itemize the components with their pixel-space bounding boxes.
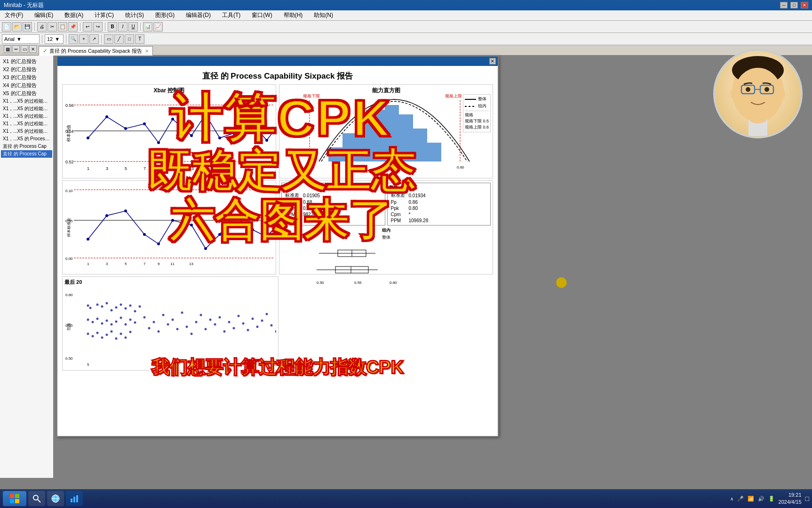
panel-icon-1[interactable]: ▦ [4, 45, 11, 53]
tb-select[interactable]: ▭ [104, 34, 113, 44]
svg-text:10: 10 [158, 363, 162, 367]
clock-date: 2024/4/15 [779, 499, 802, 506]
sep4 [140, 23, 141, 31]
tray-chevron[interactable]: ∧ [730, 496, 733, 501]
svg-point-111 [120, 333, 122, 335]
taskbar-search[interactable] [28, 491, 45, 506]
tray-volume[interactable]: 🔊 [758, 496, 764, 502]
tray-battery[interactable]: 🔋 [768, 496, 775, 502]
menu-graph[interactable]: 图形(G) [152, 10, 177, 20]
report-tab[interactable]: ✓ 直径 的 Process Capability Sixpack 报告 ✕ [39, 46, 153, 56]
svg-point-88 [120, 304, 122, 306]
svg-point-89 [125, 307, 127, 310]
sidebar-item-5[interactable]: X1，...X5 的过程能力... [1, 97, 52, 105]
sidebar-item-9[interactable]: X1，...X5 的过程能力... [1, 128, 52, 135]
tb-save[interactable]: 💾 [23, 22, 32, 32]
tb-b[interactable]: B [108, 22, 117, 32]
menu-tools[interactable]: 工具(T) [219, 10, 243, 20]
panel-icon-close[interactable]: ✕ [29, 45, 37, 53]
svg-point-94 [92, 321, 94, 323]
tb-line[interactable]: ╱ [114, 34, 124, 44]
svg-point-116 [153, 321, 155, 323]
tb-print[interactable]: 🖨 [37, 22, 47, 32]
sidebar-item-3[interactable]: X4 的汇总报告 [1, 81, 52, 89]
size-dropdown[interactable]: 12 ▼ [45, 34, 64, 44]
tb-zoom-in[interactable]: + [79, 34, 88, 44]
tb-cut[interactable]: ✂ [48, 22, 57, 32]
tb-new[interactable]: 📄 [2, 22, 11, 32]
tb-open[interactable]: 📂 [12, 22, 22, 32]
minimize-btn[interactable]: ─ [780, 2, 788, 8]
svg-point-91 [134, 310, 136, 313]
svg-point-99 [115, 321, 118, 323]
tb-graph2[interactable]: 📈 [153, 22, 163, 32]
sidebar-item-2[interactable]: X3 的汇总报告 [1, 73, 52, 81]
tb-copy[interactable]: 📋 [58, 22, 67, 32]
lbl-pp: Pp [389, 199, 407, 205]
xbar-chart-box: Xbar 控制图 UCL=0.57201 0.56 0.54 0.52 [62, 84, 276, 178]
tb-arrow[interactable]: ↗ [89, 34, 99, 44]
sidebar-item-4[interactable]: X5 的汇总报告 [1, 89, 52, 97]
tb-paste[interactable]: 📌 [68, 22, 78, 32]
tb-u[interactable]: U [128, 22, 138, 32]
sep6 [66, 35, 66, 43]
sidebar-item-6[interactable]: X1，...X5 的过程能力... [1, 105, 52, 113]
group-inner-label: 组内 [281, 227, 491, 234]
tb-text[interactable]: T [135, 34, 144, 44]
menu-edit[interactable]: 编辑(E) [32, 10, 56, 20]
sidebar-item-1[interactable]: X2 的汇总报告 [1, 65, 52, 73]
svg-point-117 [158, 331, 160, 333]
sidebar-item-0[interactable]: X1 的汇总报告 [1, 57, 52, 65]
tb-redo[interactable]: ↪ [93, 22, 103, 32]
svg-text:5: 5 [125, 166, 127, 171]
sidebar-item-8[interactable]: X1，...X5 的过程能力... [1, 120, 52, 128]
tb-zoom[interactable]: 🔍 [69, 34, 78, 44]
menu-assistant[interactable]: 助知(N) [311, 10, 336, 20]
project-sidebar: X1 的汇总报告 X2 的汇总报告 X3 的汇总报告 X4 的汇总报告 X5 的… [0, 56, 54, 478]
menu-help[interactable]: 帮助(H) [281, 10, 306, 20]
system-clock[interactable]: 19:21 2024/4/15 [779, 492, 802, 506]
toolbar-2: Arial ▼ 12 ▼ 🔍 + ↗ ▭ ╱ □ T [0, 33, 812, 45]
sidebar-item-11[interactable]: 直径 的 Process Cap [1, 143, 52, 150]
taskbar-browser[interactable] [47, 491, 64, 506]
svg-rect-37 [427, 143, 441, 161]
main-area: ▦ ═ ▭ ✕ ✓ 直径 的 Process Capability Sixpac… [0, 45, 812, 489]
val-pp: 0.86 [407, 199, 430, 205]
close-btn[interactable]: ✕ [801, 2, 808, 8]
report-close-btn[interactable]: ✕ [489, 58, 496, 65]
tab-close-icon[interactable]: ✕ [145, 48, 149, 54]
tb-rect[interactable]: □ [125, 34, 134, 44]
tray-notification[interactable]: □ [805, 495, 809, 502]
maximize-btn[interactable]: □ [790, 2, 798, 8]
panel-icon-3[interactable]: ▭ [21, 45, 28, 53]
font-dropdown[interactable]: Arial ▼ [2, 34, 40, 44]
tray-wifi[interactable]: 📶 [748, 496, 754, 502]
taskbar-minitab[interactable] [66, 491, 83, 506]
report-title: 直径 的 Process Capability Sixpack 报告 [62, 71, 493, 81]
lbl-cpm: Cpm [389, 211, 407, 218]
menu-file[interactable]: 文件(F) [2, 10, 26, 20]
menu-window[interactable]: 窗口(W) [249, 10, 275, 20]
tb-undo[interactable]: ↩ [83, 22, 92, 32]
start-button[interactable] [3, 491, 26, 506]
sidebar-item-7[interactable]: X1，...X5 的过程能力... [1, 113, 52, 120]
svg-text:0.52: 0.52 [65, 160, 74, 164]
val-ppm2: 10969.28 [407, 218, 430, 224]
window-controls[interactable]: ─ □ ✕ [780, 2, 808, 8]
svg-rect-32 [357, 119, 371, 161]
panel-icon-2[interactable]: ═ [12, 45, 20, 53]
svg-point-157 [731, 88, 738, 99]
menu-data[interactable]: 数据(A) [62, 10, 86, 20]
svg-point-113 [129, 331, 132, 333]
menu-stats[interactable]: 统计(S) [122, 10, 147, 20]
menu-editor[interactable]: 编辑器(D) [183, 10, 214, 20]
overall-label: 整体 [389, 185, 489, 191]
sidebar-item-10[interactable]: X1，...X5 的 Process... [1, 135, 52, 143]
tb-i[interactable]: I [118, 22, 127, 32]
tb-graph1[interactable]: 📊 [143, 22, 152, 32]
svg-point-127 [205, 328, 207, 331]
histogram-legend: 整体 组内 规格 规格下限 0.5 规格上限 0.6 [463, 94, 491, 132]
svg-point-129 [214, 323, 216, 326]
sidebar-item-12[interactable]: 直径 的 Process Cap [1, 150, 52, 158]
menu-calc[interactable]: 计算(C) [92, 10, 117, 20]
